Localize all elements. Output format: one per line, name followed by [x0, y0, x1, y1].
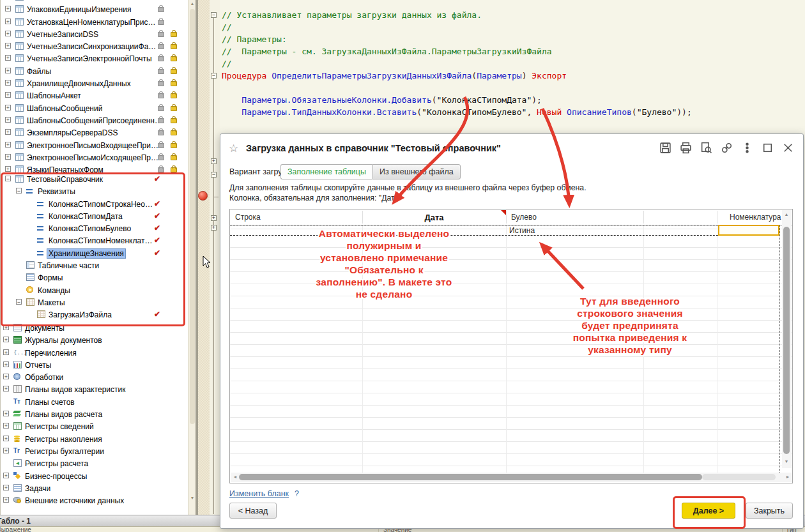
tree-item[interactable]: +Журналы документов: [1, 334, 188, 346]
fold-expand-icon[interactable]: +: [211, 225, 217, 231]
tree-item[interactable]: +УстановкаЦенНоменклатурыПрис…: [1, 16, 188, 28]
tree-item[interactable]: +Планы видов расчета: [1, 408, 188, 420]
column-header-nomenklatura[interactable]: Номенклатура: [730, 213, 781, 222]
tree-scrollbar-thumb[interactable]: [190, 9, 195, 424]
fold-collapse-icon[interactable]: −: [211, 73, 217, 79]
tree-item[interactable]: +ЭлектронноеПисьмоВходящееПри…: [1, 139, 188, 151]
tree-item[interactable]: КолонкаСТипомДата✔: [1, 210, 188, 222]
expand-icon[interactable]: +: [3, 337, 9, 342]
tree-item[interactable]: Планы счетов: [1, 396, 188, 408]
tree-item[interactable]: +Регистры бухгалтерии: [1, 445, 188, 457]
tree-item[interactable]: КолонкаСТипомБулево✔: [1, 222, 188, 234]
print-icon[interactable]: [680, 142, 692, 154]
expand-icon[interactable]: +: [3, 349, 9, 355]
tree-item[interactable]: +Документы: [1, 322, 188, 334]
expand-icon[interactable]: +: [3, 436, 9, 441]
tree-item[interactable]: +Планы видов характеристик: [1, 383, 188, 395]
next-button[interactable]: Далее >: [682, 503, 735, 519]
collapse-icon[interactable]: −: [16, 188, 22, 194]
expand-icon[interactable]: +: [5, 43, 11, 49]
tree-item[interactable]: −ТестовыйСправочник✔: [1, 173, 188, 185]
expand-icon[interactable]: +: [5, 80, 11, 86]
expand-icon[interactable]: +: [3, 411, 9, 416]
tree-item[interactable]: +ЭлектронноеПисьмоИсходящееПр…: [1, 151, 188, 163]
expand-icon[interactable]: +: [5, 105, 11, 110]
link-icon[interactable]: [721, 142, 733, 154]
fold-expand-icon[interactable]: +: [211, 215, 217, 221]
expand-icon[interactable]: +: [5, 166, 11, 172]
tree-item[interactable]: Табличные части: [1, 259, 188, 271]
expand-icon[interactable]: +: [5, 129, 11, 135]
back-button[interactable]: < Назад: [229, 503, 277, 519]
tree-item[interactable]: +Регистры сведений: [1, 420, 188, 432]
bool-cell-value[interactable]: Истина: [509, 226, 535, 235]
vscroll-thumb[interactable]: [783, 227, 790, 454]
tree-item[interactable]: +Обработки: [1, 371, 188, 383]
tree-item[interactable]: Формы: [1, 271, 188, 284]
active-cell[interactable]: [718, 225, 779, 236]
tree-item[interactable]: КолонкаСТипомСтрокаНео…✔: [1, 198, 188, 210]
tree-item[interactable]: ХранилищеЗначения✔: [1, 247, 188, 259]
collapse-icon[interactable]: −: [16, 299, 22, 305]
column-header-bulevo[interactable]: Булево: [511, 213, 537, 222]
tree-item[interactable]: +Бизнес-процессы: [1, 470, 188, 482]
expand-icon[interactable]: +: [5, 117, 11, 123]
tree-item[interactable]: КолонкаСТипомНоменклат…✔: [1, 234, 188, 247]
expand-icon[interactable]: +: [5, 19, 11, 24]
column-header-stroka[interactable]: Строка: [235, 213, 261, 222]
expand-icon[interactable]: +: [3, 448, 9, 453]
tree-item[interactable]: Регистры расчета: [1, 457, 188, 469]
tree-item[interactable]: −Реквизиты: [1, 185, 188, 197]
help-link[interactable]: ?: [295, 489, 299, 498]
expand-icon[interactable]: +: [5, 6, 11, 11]
tree-item[interactable]: +УчетныеЗаписиЭлектроннойПочты: [1, 52, 188, 65]
tree-item[interactable]: −Макеты: [1, 296, 188, 308]
more-icon[interactable]: [741, 142, 753, 154]
preview-icon[interactable]: [700, 142, 712, 154]
tree-item[interactable]: +ХранилищеДвоичныхДанных: [1, 77, 188, 89]
tree-item[interactable]: +УчетныеЗаписиСинхронизацииФа…: [1, 40, 188, 52]
close-icon[interactable]: [782, 142, 794, 154]
expand-icon[interactable]: +: [3, 497, 9, 503]
tree-item[interactable]: +ШаблоныСообщенийПрисоединенн…: [1, 114, 188, 126]
tree-item[interactable]: +УчетныеЗаписиDSS: [1, 28, 188, 40]
tree-item[interactable]: +Внешние источники данных: [1, 494, 188, 506]
maximize-icon[interactable]: [762, 142, 774, 154]
edit-form-link[interactable]: Изменить бланк: [229, 489, 289, 498]
tree-item[interactable]: +Перечисления: [1, 347, 188, 359]
tree-item[interactable]: +ШаблоныАнкет: [1, 89, 188, 102]
expand-icon[interactable]: +: [3, 324, 9, 330]
scroll-down-icon[interactable]: [783, 459, 790, 464]
variant-external-file-button[interactable]: Из внешнего файла: [372, 164, 461, 179]
fold-expand-icon[interactable]: +: [211, 158, 217, 164]
expand-icon[interactable]: +: [3, 361, 9, 367]
scroll-left-icon[interactable]: [231, 475, 239, 479]
expand-icon[interactable]: +: [3, 485, 9, 490]
collapse-icon[interactable]: −: [5, 176, 11, 181]
save-icon[interactable]: [659, 142, 671, 154]
table-vscrollbar[interactable]: [782, 210, 792, 468]
close-button[interactable]: Закрыть: [746, 503, 793, 519]
expand-icon[interactable]: +: [5, 92, 11, 98]
scroll-right-icon[interactable]: [784, 475, 792, 479]
expand-icon[interactable]: +: [5, 31, 11, 36]
tree-item[interactable]: +Файлы: [1, 65, 188, 77]
expand-icon[interactable]: +: [3, 374, 9, 379]
expand-icon[interactable]: +: [3, 386, 9, 391]
hscroll-thumb[interactable]: [239, 474, 702, 480]
breakpoint-icon[interactable]: [198, 191, 208, 201]
tree-item[interactable]: +УпаковкиЕдиницыИзмерения: [1, 3, 188, 15]
expand-icon[interactable]: +: [5, 68, 11, 73]
tree-item[interactable]: +Регистры накопления: [1, 433, 188, 445]
scroll-up-icon[interactable]: [783, 212, 790, 217]
expand-icon[interactable]: +: [5, 55, 11, 61]
tree-item[interactable]: +Отчеты: [1, 359, 188, 371]
column-header-data[interactable]: Дата: [362, 213, 506, 222]
table-hscrollbar[interactable]: [231, 473, 792, 482]
fold-collapse-icon[interactable]: −: [211, 172, 217, 178]
tree-item[interactable]: Команды: [1, 284, 188, 296]
variant-fill-table-button[interactable]: Заполнение таблицы: [280, 164, 372, 179]
fold-collapse-icon[interactable]: −: [211, 12, 217, 18]
favorite-star-icon[interactable]: ☆: [229, 142, 238, 155]
expand-icon[interactable]: +: [3, 423, 9, 429]
